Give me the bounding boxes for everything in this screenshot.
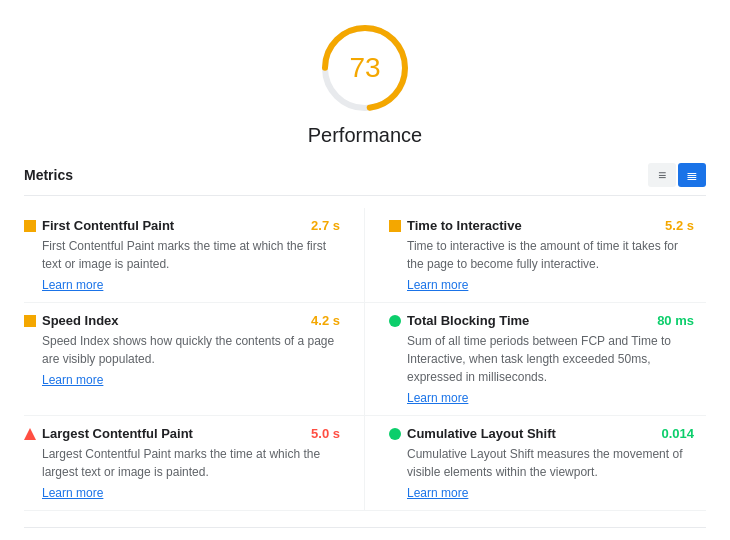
- list-view-button[interactable]: ≡: [648, 163, 676, 187]
- metric-cls-header: Cumulative Layout Shift 0.014: [389, 426, 694, 441]
- cls-name: Cumulative Layout Shift: [407, 426, 556, 441]
- performance-label: Performance: [308, 124, 423, 147]
- lcp-desc: Largest Contentful Paint marks the time …: [42, 445, 340, 481]
- tti-name: Time to Interactive: [407, 218, 522, 233]
- metric-tti-header: Time to Interactive 5.2 s: [389, 218, 694, 233]
- page-wrapper: 73 Performance Metrics ≡ ≣ First Content…: [0, 0, 730, 540]
- detail-view-button[interactable]: ≣: [678, 163, 706, 187]
- tti-desc: Time to interactive is the amount of tim…: [407, 237, 694, 273]
- tti-learn-more[interactable]: Learn more: [407, 278, 468, 292]
- tbt-name: Total Blocking Time: [407, 313, 529, 328]
- score-value: 73: [349, 52, 380, 84]
- fcp-name: First Contentful Paint: [42, 218, 174, 233]
- tbt-value: 80 ms: [657, 313, 694, 328]
- lcp-name: Largest Contentful Paint: [42, 426, 193, 441]
- metric-si-title-wrapper: Speed Index: [24, 313, 119, 328]
- score-circle: 73: [317, 20, 413, 116]
- fcp-indicator: [24, 220, 36, 232]
- metric-lcp-header: Largest Contentful Paint 5.0 s: [24, 426, 340, 441]
- svg-marker-2: [24, 428, 36, 440]
- si-name: Speed Index: [42, 313, 119, 328]
- si-desc: Speed Index shows how quickly the conten…: [42, 332, 340, 368]
- metric-si-header: Speed Index 4.2 s: [24, 313, 340, 328]
- metric-tbt-title-wrapper: Total Blocking Time: [389, 313, 529, 328]
- tbt-desc: Sum of all time periods between FCP and …: [407, 332, 694, 386]
- metric-cls-title-wrapper: Cumulative Layout Shift: [389, 426, 556, 441]
- lcp-value: 5.0 s: [311, 426, 340, 441]
- score-section: 73 Performance: [24, 20, 706, 147]
- si-learn-more[interactable]: Learn more: [42, 373, 103, 387]
- metric-lcp: Largest Contentful Paint 5.0 s Largest C…: [24, 416, 365, 511]
- lcp-learn-more[interactable]: Learn more: [42, 486, 103, 500]
- tbt-learn-more[interactable]: Learn more: [407, 391, 468, 405]
- fcp-learn-more[interactable]: Learn more: [42, 278, 103, 292]
- cls-indicator: [389, 428, 401, 440]
- metric-cls: Cumulative Layout Shift 0.014 Cumulative…: [365, 416, 706, 511]
- metrics-header: Metrics ≡ ≣: [24, 163, 706, 196]
- metric-tti: Time to Interactive 5.2 s Time to intera…: [365, 208, 706, 303]
- tti-indicator: [389, 220, 401, 232]
- si-indicator: [24, 315, 36, 327]
- metrics-grid: First Contentful Paint 2.7 s First Conte…: [24, 208, 706, 511]
- fcp-value: 2.7 s: [311, 218, 340, 233]
- metric-tbt-header: Total Blocking Time 80 ms: [389, 313, 694, 328]
- cls-value: 0.014: [661, 426, 694, 441]
- lcp-indicator: [24, 428, 36, 440]
- metric-fcp: First Contentful Paint 2.7 s First Conte…: [24, 208, 365, 303]
- si-value: 4.2 s: [311, 313, 340, 328]
- metric-tti-title-wrapper: Time to Interactive: [389, 218, 522, 233]
- header-buttons: ≡ ≣: [648, 163, 706, 187]
- metric-si: Speed Index 4.2 s Speed Index shows how …: [24, 303, 365, 416]
- metric-fcp-title-wrapper: First Contentful Paint: [24, 218, 174, 233]
- tti-value: 5.2 s: [665, 218, 694, 233]
- cls-learn-more[interactable]: Learn more: [407, 486, 468, 500]
- metrics-title: Metrics: [24, 167, 73, 183]
- cls-desc: Cumulative Layout Shift measures the mov…: [407, 445, 694, 481]
- tbt-indicator: [389, 315, 401, 327]
- metric-fcp-header: First Contentful Paint 2.7 s: [24, 218, 340, 233]
- fcp-desc: First Contentful Paint marks the time at…: [42, 237, 340, 273]
- footer: Values are estimated and may vary. The p…: [24, 527, 706, 540]
- metric-tbt: Total Blocking Time 80 ms Sum of all tim…: [365, 303, 706, 416]
- metric-lcp-title-wrapper: Largest Contentful Paint: [24, 426, 193, 441]
